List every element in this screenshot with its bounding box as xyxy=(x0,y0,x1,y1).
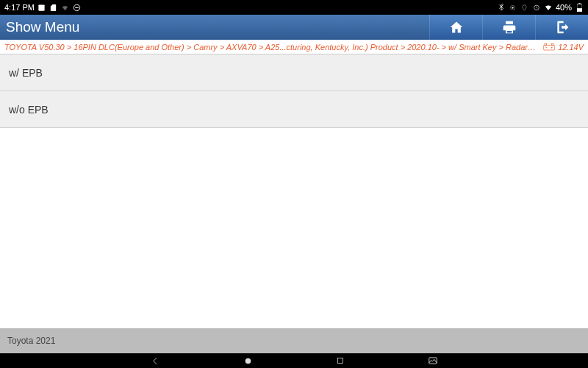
android-nav-bar xyxy=(0,353,588,368)
voltage-value: 12.14V xyxy=(558,43,584,52)
svg-rect-8 xyxy=(544,45,555,50)
footer-bar: Toyota 2021 xyxy=(0,328,588,353)
svg-rect-9 xyxy=(545,43,547,45)
menu-list: w/ EPB w/o EPB xyxy=(0,54,588,128)
svg-rect-6 xyxy=(577,8,582,12)
home-button[interactable] xyxy=(429,15,482,40)
status-right: 40% xyxy=(497,3,584,12)
title-bar: Show Menu xyxy=(0,15,588,40)
wifi-icon xyxy=(544,3,553,12)
sd-icon xyxy=(49,3,58,12)
android-status-bar: 4:17 PM 40% xyxy=(0,0,588,15)
nav-home-button[interactable] xyxy=(242,355,254,367)
nav-screenshot-button[interactable] xyxy=(427,355,439,367)
menu-item-label: w/ EPB xyxy=(9,67,43,79)
battery-car-icon xyxy=(543,43,555,51)
page-title: Show Menu xyxy=(6,19,79,35)
voltage-indicator: 12.14V xyxy=(543,43,584,52)
battery-pct: 40% xyxy=(556,3,572,12)
title-buttons xyxy=(429,15,588,40)
image-icon xyxy=(37,3,46,12)
nav-back-button[interactable] xyxy=(149,355,161,367)
bluetooth-icon xyxy=(497,3,506,12)
svg-rect-7 xyxy=(578,3,580,4)
circle-icon xyxy=(243,356,253,366)
print-button[interactable] xyxy=(482,15,535,40)
svg-point-2 xyxy=(512,7,514,8)
gps-icon xyxy=(520,3,529,12)
footer-text: Toyota 2021 xyxy=(7,336,55,346)
square-icon xyxy=(336,356,345,365)
svg-point-11 xyxy=(245,358,251,364)
screenshot-icon xyxy=(428,355,438,366)
svg-rect-10 xyxy=(551,43,553,45)
status-left: 4:17 PM xyxy=(4,3,82,12)
nav-recent-button[interactable] xyxy=(334,355,346,367)
home-icon xyxy=(449,20,464,35)
breadcrumb: TOYOTA V50.30 > 16PIN DLC(Europe and Oth… xyxy=(4,43,537,52)
svg-rect-12 xyxy=(338,358,343,364)
alarm-icon xyxy=(532,3,541,12)
status-time: 4:17 PM xyxy=(4,3,35,12)
wifi-dim-icon xyxy=(61,3,70,12)
menu-item-label: w/o EPB xyxy=(9,104,49,116)
print-icon xyxy=(502,20,517,35)
back-icon xyxy=(151,356,160,366)
menu-item-w-epb[interactable]: w/ EPB xyxy=(0,54,588,91)
battery-icon xyxy=(575,3,584,12)
exit-button[interactable] xyxy=(535,15,588,40)
svg-rect-0 xyxy=(39,4,45,10)
breadcrumb-bar: TOYOTA V50.30 > 16PIN DLC(Europe and Oth… xyxy=(0,40,588,54)
dnd-icon xyxy=(73,3,82,12)
location-icon-1 xyxy=(509,3,517,12)
exit-icon xyxy=(555,20,570,35)
menu-item-wo-epb[interactable]: w/o EPB xyxy=(0,91,588,128)
